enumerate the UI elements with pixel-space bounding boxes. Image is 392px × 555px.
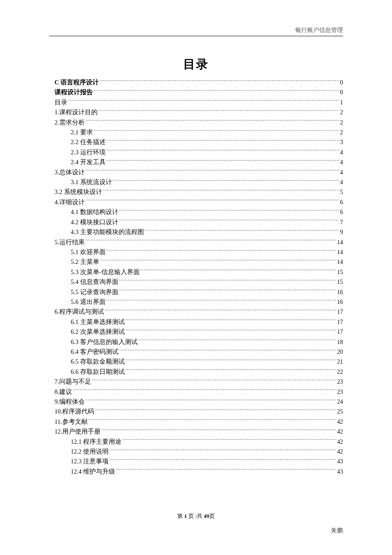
toc-leader-dots	[126, 318, 336, 324]
toc-page-number: 43	[337, 457, 343, 466]
toc-label: 9.编程体会	[55, 397, 85, 407]
toc-page-number: 0	[340, 78, 343, 87]
toc-leader-dots	[95, 408, 336, 414]
toc-page-number: 14	[337, 237, 343, 247]
toc-entry[interactable]: 12.1 程序主要用途42	[55, 437, 343, 447]
toc-entry[interactable]: 5.6 退出界面16	[55, 297, 343, 307]
toc-entry[interactable]: 8.建议23	[55, 387, 343, 397]
toc-entry[interactable]: 2.4 开发工具4	[55, 157, 343, 167]
toc-entry[interactable]: 4.详细设计6	[55, 197, 343, 207]
toc-entry[interactable]: 12.2 使用说明42	[55, 447, 343, 457]
toc-page-number: 4	[340, 147, 343, 157]
toc-page-number: 24	[337, 397, 343, 407]
toc-entry[interactable]: 3.2 系统模块设计5	[55, 187, 343, 197]
page-title: 目录	[0, 56, 392, 72]
toc-label: 6.3 客户信息的输入测试	[71, 337, 138, 347]
toc-entry[interactable]: 6.2 次菜单选择测试17	[55, 327, 343, 337]
toc-entry[interactable]: 4.2 模块接口设计7	[55, 217, 343, 227]
toc-page-number: 14	[337, 257, 343, 267]
toc-entry[interactable]: C 语言程序设计0	[55, 78, 343, 87]
toc-leader-dots	[119, 347, 336, 354]
toc-label: 4.3 主要功能模块的流程图	[71, 227, 144, 237]
toc-label: 5.运行结果	[55, 237, 85, 247]
toc-entry[interactable]: 10.程序源代码25	[55, 407, 343, 416]
toc-page-number: 4	[340, 168, 343, 177]
toc-entry[interactable]: 6.6 存取款日期测试22	[55, 367, 343, 377]
toc-label: 11.参考文献	[55, 417, 88, 427]
toc-entry[interactable]: 7.问题与不足23	[55, 377, 343, 387]
toc-label: 2.需求分析	[55, 118, 85, 127]
toc-label: 4.1 数据结构设计	[71, 207, 118, 217]
toc-leader-dots	[119, 208, 339, 214]
toc-label: 3.总体设计	[55, 168, 85, 177]
toc-entry[interactable]: 6.3 客户信息的输入测试18	[55, 337, 343, 347]
toc-leader-dots	[107, 158, 339, 165]
toc-entry[interactable]: 12.3 注意事项43	[55, 457, 343, 466]
toc-label: 12.3 注意事项	[71, 457, 109, 466]
toc-entry[interactable]: 5.1 欢迎界面14	[55, 247, 343, 257]
toc-entry[interactable]: 6.5 存取款金额测试21	[55, 357, 343, 367]
toc-entry[interactable]: 4.3 主要功能模块的流程图9	[55, 227, 343, 237]
toc-label: C 语言程序设计	[55, 78, 99, 87]
toc-leader-dots	[98, 108, 339, 115]
toc-label: 1.课程设计目的	[55, 107, 98, 117]
toc-page-number: 6	[340, 197, 343, 207]
toc-page-number: 2	[340, 107, 343, 117]
toc-entry[interactable]: 3.总体设计4	[55, 168, 343, 177]
toc-leader-dots	[94, 88, 339, 95]
toc-entry[interactable]: 目录1	[55, 98, 343, 107]
toc-entry[interactable]: 2.2 任务描述3	[55, 137, 343, 147]
toc-label: 6.6 存取款日期测试	[71, 367, 125, 377]
toc-entry[interactable]: 5.3 次菜单-信息输入界面15	[55, 267, 343, 277]
toc-page-number: 42	[337, 437, 343, 447]
toc-page-number: 2	[340, 118, 343, 127]
toc-leader-dots	[103, 188, 339, 194]
toc-page-number: 43	[337, 467, 343, 477]
toc-leader-dots	[86, 168, 339, 174]
toc-entry[interactable]: 2.1 要求2	[55, 127, 343, 137]
page-total: 49	[204, 513, 209, 519]
toc-label: 12.4 维护与升级	[71, 467, 115, 477]
toc-page-number: 17	[337, 307, 343, 317]
toc-leader-dots	[110, 457, 336, 464]
toc-entry[interactable]: 5.2 主菜单14	[55, 257, 343, 267]
toc-page-number: 25	[337, 407, 343, 416]
toc-entry[interactable]: 5.5 记录查询界面16	[55, 287, 343, 297]
toc-entry[interactable]: 2.3 运行环境4	[55, 147, 343, 157]
toc-entry[interactable]: 课程设计报告0	[55, 87, 343, 97]
toc-label: 6.5 存取款金额测试	[71, 357, 125, 367]
toc-label: 3.1 系统流设计	[71, 177, 112, 187]
toc-label: 6.4 客户密码测试	[71, 347, 118, 357]
toc-entry[interactable]: 2.需求分析2	[55, 118, 343, 127]
toc-entry[interactable]: 5.4 信息查询界面15	[55, 277, 343, 287]
toc-leader-dots	[119, 288, 336, 294]
toc-label: 12.用户使用手册	[55, 427, 101, 436]
toc-page-number: 22	[337, 367, 343, 377]
toc-leader-dots	[86, 398, 336, 404]
footer-author: 朱鹏	[331, 527, 343, 535]
toc-entry[interactable]: 12.4 维护与升级43	[55, 467, 343, 477]
toc-page-number: 42	[337, 417, 343, 427]
toc-page-number: 42	[337, 447, 343, 457]
toc-leader-dots	[126, 358, 336, 364]
toc-page-number: 4	[340, 177, 343, 187]
toc-entry[interactable]: 3.1 系统流设计4	[55, 177, 343, 187]
toc-entry[interactable]: 5.运行结果14	[55, 237, 343, 247]
toc-page-number: 0	[340, 87, 343, 97]
toc-label: 10.程序源代码	[55, 407, 94, 416]
header-doc-title: 银行账户信息管理	[295, 26, 343, 34]
toc-entry[interactable]: 11.参考文献42	[55, 417, 343, 427]
toc-entry[interactable]: 4.1 数据结构设计6	[55, 207, 343, 217]
toc-entry[interactable]: 9.编程体会24	[55, 397, 343, 407]
toc-entry[interactable]: 6.1 主菜单选择测试17	[55, 317, 343, 327]
toc-page-number: 21	[337, 357, 343, 367]
toc-entry[interactable]: 12.用户使用手册42	[55, 427, 343, 436]
toc-entry[interactable]: 6.4 客户密码测试20	[55, 347, 343, 357]
toc-entry[interactable]: 1.课程设计目的2	[55, 107, 343, 117]
toc-leader-dots	[107, 148, 339, 154]
toc-label: 5.1 欢迎界面	[71, 247, 106, 257]
toc-page-number: 2	[340, 127, 343, 137]
toc-page-number: 17	[337, 327, 343, 337]
toc-leader-dots	[92, 378, 336, 384]
toc-entry[interactable]: 6.程序调试与测试17	[55, 307, 343, 317]
